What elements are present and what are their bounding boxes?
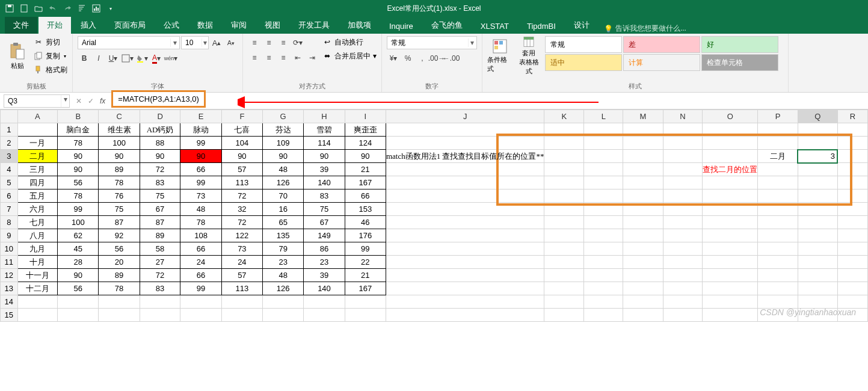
cell[interactable]: 67 bbox=[304, 216, 345, 229]
cell[interactable] bbox=[584, 216, 623, 229]
worksheet[interactable]: ABCDEFGHIJKLMNOPQR1脑白金维生素AD钙奶脉动七喜芬达雪碧爽歪歪… bbox=[0, 109, 868, 322]
cell[interactable]: 67 bbox=[140, 203, 180, 216]
cancel-formula-icon[interactable]: ✕ bbox=[76, 97, 82, 105]
column-header[interactable]: P bbox=[758, 110, 798, 123]
cell[interactable]: 脉动 bbox=[180, 123, 221, 137]
row-header[interactable]: 11 bbox=[1, 256, 18, 269]
name-box[interactable]: ▾ bbox=[4, 94, 70, 108]
row-header[interactable]: 12 bbox=[1, 269, 18, 282]
increase-decimal-icon[interactable]: .00→ bbox=[430, 52, 443, 65]
cell[interactable] bbox=[221, 295, 262, 309]
cell[interactable]: 78 bbox=[58, 137, 99, 150]
comma-icon[interactable]: , bbox=[416, 52, 429, 65]
cell[interactable] bbox=[837, 229, 867, 242]
tab-file[interactable]: 文件 bbox=[5, 17, 37, 34]
cell[interactable]: 六月 bbox=[17, 203, 58, 216]
cell[interactable]: 124 bbox=[345, 137, 386, 150]
column-header[interactable]: G bbox=[263, 110, 304, 123]
tab-data[interactable]: 数据 bbox=[189, 17, 221, 34]
cell[interactable]: 83 bbox=[304, 189, 345, 203]
cell[interactable]: 72 bbox=[221, 216, 262, 229]
cell[interactable]: 73 bbox=[221, 242, 262, 256]
cell[interactable] bbox=[544, 282, 584, 295]
cell[interactable]: 23 bbox=[263, 256, 304, 269]
tab-design[interactable]: 设计 bbox=[565, 17, 598, 34]
open-icon[interactable] bbox=[34, 4, 43, 13]
cell[interactable] bbox=[758, 216, 798, 229]
tab-insert[interactable]: 插入 bbox=[72, 17, 105, 34]
cell[interactable]: 24 bbox=[180, 256, 221, 269]
cell[interactable]: 21 bbox=[345, 163, 386, 176]
cell[interactable] bbox=[623, 282, 663, 295]
cell[interactable] bbox=[758, 269, 798, 282]
fill-color-button[interactable]: ▾ bbox=[135, 52, 149, 65]
font-size-combo[interactable]: ▾ bbox=[181, 36, 209, 49]
cell[interactable]: 122 bbox=[221, 229, 262, 242]
cell[interactable] bbox=[703, 216, 758, 229]
cell[interactable]: 90 bbox=[99, 150, 140, 163]
cell[interactable]: 90 bbox=[345, 150, 386, 163]
row-header[interactable]: 7 bbox=[1, 203, 18, 216]
cell[interactable] bbox=[623, 256, 663, 269]
cell[interactable]: 62 bbox=[58, 229, 99, 242]
tell-me-search[interactable]: 💡 告诉我您想要做什么... bbox=[604, 23, 686, 34]
cell[interactable] bbox=[304, 309, 345, 322]
cell[interactable] bbox=[703, 295, 758, 309]
cell[interactable]: AD钙奶 bbox=[140, 123, 180, 137]
decrease-decimal-icon[interactable]: ←.00 bbox=[445, 52, 458, 65]
cell[interactable] bbox=[544, 269, 584, 282]
cell[interactable] bbox=[837, 216, 867, 229]
cell[interactable]: 56 bbox=[58, 282, 99, 295]
column-header[interactable]: K bbox=[544, 110, 584, 123]
cell[interactable]: 108 bbox=[180, 229, 221, 242]
cell[interactable]: 99 bbox=[180, 176, 221, 189]
cell[interactable]: 176 bbox=[345, 229, 386, 242]
cell[interactable]: 56 bbox=[99, 242, 140, 256]
cell[interactable]: 57 bbox=[221, 163, 262, 176]
row-header[interactable]: 15 bbox=[1, 309, 18, 322]
cell[interactable]: 90 bbox=[140, 150, 180, 163]
cell[interactable] bbox=[703, 282, 758, 295]
cell[interactable] bbox=[758, 282, 798, 295]
align-center-icon[interactable]: ≡ bbox=[262, 51, 275, 64]
cell[interactable] bbox=[584, 229, 623, 242]
cell[interactable] bbox=[623, 269, 663, 282]
cell[interactable] bbox=[584, 282, 623, 295]
cell[interactable]: 86 bbox=[304, 242, 345, 256]
row-header[interactable]: 9 bbox=[1, 229, 18, 242]
tab-dev[interactable]: 开发工具 bbox=[290, 17, 338, 34]
cell[interactable]: 113 bbox=[221, 282, 262, 295]
cell[interactable]: 89 bbox=[99, 163, 140, 176]
font-color-button[interactable]: A▾ bbox=[150, 52, 163, 65]
column-header[interactable]: N bbox=[663, 110, 703, 123]
cell[interactable]: 88 bbox=[140, 137, 180, 150]
paste-button[interactable]: 粘贴 bbox=[5, 36, 30, 76]
undo-icon[interactable] bbox=[48, 4, 58, 13]
orientation-icon[interactable]: ⟳▾ bbox=[291, 36, 304, 49]
cell[interactable]: 87 bbox=[99, 216, 140, 229]
style-cell[interactable]: 好 bbox=[701, 36, 778, 53]
cell[interactable] bbox=[798, 256, 837, 269]
cell[interactable]: 113 bbox=[221, 176, 262, 189]
cell[interactable]: 芬达 bbox=[263, 123, 304, 137]
cell[interactable] bbox=[663, 229, 703, 242]
qat-dropdown-icon[interactable]: ▾ bbox=[106, 4, 115, 13]
cell[interactable]: 21 bbox=[345, 269, 386, 282]
column-header[interactable]: B bbox=[58, 110, 99, 123]
number-format-combo[interactable]: ▾ bbox=[387, 36, 477, 49]
cell[interactable] bbox=[345, 309, 386, 322]
cell[interactable] bbox=[758, 242, 798, 256]
cell[interactable] bbox=[758, 229, 798, 242]
cell[interactable]: 28 bbox=[58, 256, 99, 269]
cell[interactable]: 100 bbox=[58, 216, 99, 229]
cell[interactable]: 76 bbox=[99, 189, 140, 203]
cell[interactable] bbox=[140, 295, 180, 309]
conditional-format-button[interactable]: 条件格式 bbox=[487, 36, 512, 76]
cell[interactable]: 75 bbox=[304, 203, 345, 216]
align-left-icon[interactable]: ≡ bbox=[248, 51, 261, 64]
cell[interactable] bbox=[544, 229, 584, 242]
column-header[interactable]: M bbox=[623, 110, 663, 123]
cell[interactable]: 27 bbox=[140, 256, 180, 269]
cell[interactable] bbox=[544, 256, 584, 269]
underline-button[interactable]: U ▾ bbox=[106, 52, 120, 65]
